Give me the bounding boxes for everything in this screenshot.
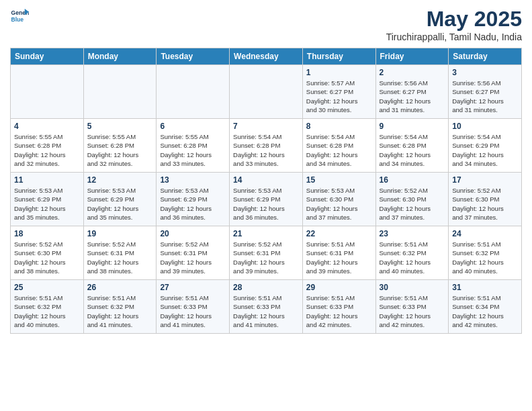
header: General Blue May 2025 Tiruchirappalli, T… <box>10 7 522 42</box>
day-cell: 25Sunrise: 5:51 AM Sunset: 6:32 PM Dayli… <box>11 280 84 334</box>
day-number: 17 <box>452 175 518 185</box>
day-cell: 21Sunrise: 5:52 AM Sunset: 6:31 PM Dayli… <box>230 226 303 280</box>
header-row: SundayMondayTuesdayWednesdayThursdayFrid… <box>11 48 522 65</box>
day-number: 5 <box>87 122 153 131</box>
day-number: 18 <box>14 229 80 238</box>
day-number: 28 <box>233 283 299 292</box>
day-cell: 11Sunrise: 5:53 AM Sunset: 6:29 PM Dayli… <box>11 173 84 226</box>
day-info: Sunrise: 5:52 AM Sunset: 6:31 PM Dayligh… <box>233 240 299 275</box>
week-row-1: 1Sunrise: 5:57 AM Sunset: 6:27 PM Daylig… <box>11 65 522 119</box>
calendar-table: SundayMondayTuesdayWednesdayThursdayFrid… <box>10 48 522 334</box>
day-info: Sunrise: 5:52 AM Sunset: 6:30 PM Dayligh… <box>380 186 445 222</box>
day-info: Sunrise: 5:51 AM Sunset: 6:33 PM Dayligh… <box>380 293 445 329</box>
column-header-sunday: Sunday <box>11 48 84 65</box>
day-number: 31 <box>452 283 518 292</box>
column-header-tuesday: Tuesday <box>157 48 230 65</box>
day-number: 30 <box>380 283 445 292</box>
day-cell: 4Sunrise: 5:55 AM Sunset: 6:28 PM Daylig… <box>11 119 84 173</box>
logo: General Blue <box>10 7 29 26</box>
day-info: Sunrise: 5:53 AM Sunset: 6:29 PM Dayligh… <box>87 186 153 222</box>
day-number: 21 <box>233 229 299 238</box>
day-cell: 14Sunrise: 5:53 AM Sunset: 6:29 PM Dayli… <box>230 173 303 226</box>
day-number: 25 <box>14 283 80 292</box>
title-area: May 2025 Tiruchirappalli, Tamil Nadu, In… <box>386 7 522 42</box>
day-cell: 27Sunrise: 5:51 AM Sunset: 6:33 PM Dayli… <box>157 280 230 334</box>
day-number: 16 <box>380 175 445 185</box>
day-cell: 30Sunrise: 5:51 AM Sunset: 6:33 PM Dayli… <box>375 280 449 334</box>
day-info: Sunrise: 5:53 AM Sunset: 6:29 PM Dayligh… <box>14 186 80 222</box>
day-number: 11 <box>14 175 80 185</box>
day-number: 2 <box>380 68 445 77</box>
week-row-2: 4Sunrise: 5:55 AM Sunset: 6:28 PM Daylig… <box>11 119 522 173</box>
day-info: Sunrise: 5:55 AM Sunset: 6:28 PM Dayligh… <box>87 132 153 168</box>
day-number: 27 <box>160 283 226 292</box>
day-cell: 5Sunrise: 5:55 AM Sunset: 6:28 PM Daylig… <box>83 119 157 173</box>
day-cell: 24Sunrise: 5:51 AM Sunset: 6:32 PM Dayli… <box>449 226 522 280</box>
day-cell: 31Sunrise: 5:51 AM Sunset: 6:34 PM Dayli… <box>449 280 522 334</box>
day-cell: 15Sunrise: 5:53 AM Sunset: 6:30 PM Dayli… <box>302 173 375 226</box>
day-number: 19 <box>87 229 153 238</box>
day-number: 1 <box>306 68 372 77</box>
day-number: 22 <box>306 229 372 238</box>
day-info: Sunrise: 5:57 AM Sunset: 6:27 PM Dayligh… <box>306 79 372 114</box>
day-info: Sunrise: 5:51 AM Sunset: 6:32 PM Dayligh… <box>452 240 518 275</box>
day-cell: 19Sunrise: 5:52 AM Sunset: 6:31 PM Dayli… <box>83 226 157 280</box>
day-number: 24 <box>452 229 518 238</box>
day-info: Sunrise: 5:51 AM Sunset: 6:31 PM Dayligh… <box>306 240 372 275</box>
day-info: Sunrise: 5:52 AM Sunset: 6:30 PM Dayligh… <box>14 240 80 275</box>
day-number: 14 <box>233 175 299 185</box>
day-number: 23 <box>380 229 445 238</box>
day-cell <box>230 65 303 119</box>
day-number: 26 <box>87 283 153 292</box>
day-cell: 1Sunrise: 5:57 AM Sunset: 6:27 PM Daylig… <box>302 65 375 119</box>
day-cell: 13Sunrise: 5:53 AM Sunset: 6:29 PM Dayli… <box>157 173 230 226</box>
day-info: Sunrise: 5:53 AM Sunset: 6:29 PM Dayligh… <box>160 186 226 222</box>
day-number: 6 <box>160 122 226 131</box>
day-info: Sunrise: 5:53 AM Sunset: 6:29 PM Dayligh… <box>233 186 299 222</box>
day-cell: 22Sunrise: 5:51 AM Sunset: 6:31 PM Dayli… <box>302 226 375 280</box>
day-info: Sunrise: 5:52 AM Sunset: 6:31 PM Dayligh… <box>87 240 153 275</box>
column-header-thursday: Thursday <box>302 48 375 65</box>
day-info: Sunrise: 5:53 AM Sunset: 6:30 PM Dayligh… <box>306 186 372 222</box>
day-cell: 2Sunrise: 5:56 AM Sunset: 6:27 PM Daylig… <box>375 65 449 119</box>
day-number: 15 <box>306 175 372 185</box>
day-number: 7 <box>233 122 299 131</box>
day-info: Sunrise: 5:51 AM Sunset: 6:32 PM Dayligh… <box>380 240 445 275</box>
day-info: Sunrise: 5:51 AM Sunset: 6:34 PM Dayligh… <box>452 293 518 329</box>
day-number: 4 <box>14 122 80 131</box>
day-cell: 20Sunrise: 5:52 AM Sunset: 6:31 PM Dayli… <box>157 226 230 280</box>
day-cell: 9Sunrise: 5:54 AM Sunset: 6:28 PM Daylig… <box>375 119 449 173</box>
day-cell: 29Sunrise: 5:51 AM Sunset: 6:33 PM Dayli… <box>302 280 375 334</box>
column-header-monday: Monday <box>83 48 157 65</box>
day-info: Sunrise: 5:54 AM Sunset: 6:28 PM Dayligh… <box>306 132 372 168</box>
day-cell: 6Sunrise: 5:55 AM Sunset: 6:28 PM Daylig… <box>157 119 230 173</box>
day-number: 12 <box>87 175 153 185</box>
column-header-saturday: Saturday <box>449 48 522 65</box>
subtitle: Tiruchirappalli, Tamil Nadu, India <box>386 32 522 42</box>
day-info: Sunrise: 5:51 AM Sunset: 6:33 PM Dayligh… <box>233 293 299 329</box>
day-info: Sunrise: 5:51 AM Sunset: 6:32 PM Dayligh… <box>14 293 80 329</box>
day-cell: 28Sunrise: 5:51 AM Sunset: 6:33 PM Dayli… <box>230 280 303 334</box>
day-info: Sunrise: 5:54 AM Sunset: 6:28 PM Dayligh… <box>380 132 445 168</box>
day-info: Sunrise: 5:54 AM Sunset: 6:29 PM Dayligh… <box>452 132 518 168</box>
day-info: Sunrise: 5:54 AM Sunset: 6:28 PM Dayligh… <box>233 132 299 168</box>
day-cell: 12Sunrise: 5:53 AM Sunset: 6:29 PM Dayli… <box>83 173 157 226</box>
day-info: Sunrise: 5:51 AM Sunset: 6:32 PM Dayligh… <box>87 293 153 329</box>
day-cell: 8Sunrise: 5:54 AM Sunset: 6:28 PM Daylig… <box>302 119 375 173</box>
day-cell: 3Sunrise: 5:56 AM Sunset: 6:27 PM Daylig… <box>449 65 522 119</box>
day-cell: 23Sunrise: 5:51 AM Sunset: 6:32 PM Dayli… <box>375 226 449 280</box>
day-cell: 18Sunrise: 5:52 AM Sunset: 6:30 PM Dayli… <box>11 226 84 280</box>
day-number: 9 <box>380 122 445 131</box>
day-cell <box>11 65 84 119</box>
main-title: May 2025 <box>386 7 522 32</box>
day-cell: 16Sunrise: 5:52 AM Sunset: 6:30 PM Dayli… <box>375 173 449 226</box>
day-info: Sunrise: 5:52 AM Sunset: 6:30 PM Dayligh… <box>452 186 518 222</box>
day-cell: 7Sunrise: 5:54 AM Sunset: 6:28 PM Daylig… <box>230 119 303 173</box>
day-info: Sunrise: 5:56 AM Sunset: 6:27 PM Dayligh… <box>380 79 445 114</box>
day-cell <box>83 65 157 119</box>
column-header-friday: Friday <box>375 48 449 65</box>
day-number: 13 <box>160 175 226 185</box>
day-info: Sunrise: 5:56 AM Sunset: 6:27 PM Dayligh… <box>452 79 518 114</box>
day-cell: 26Sunrise: 5:51 AM Sunset: 6:32 PM Dayli… <box>83 280 157 334</box>
day-cell: 10Sunrise: 5:54 AM Sunset: 6:29 PM Dayli… <box>449 119 522 173</box>
